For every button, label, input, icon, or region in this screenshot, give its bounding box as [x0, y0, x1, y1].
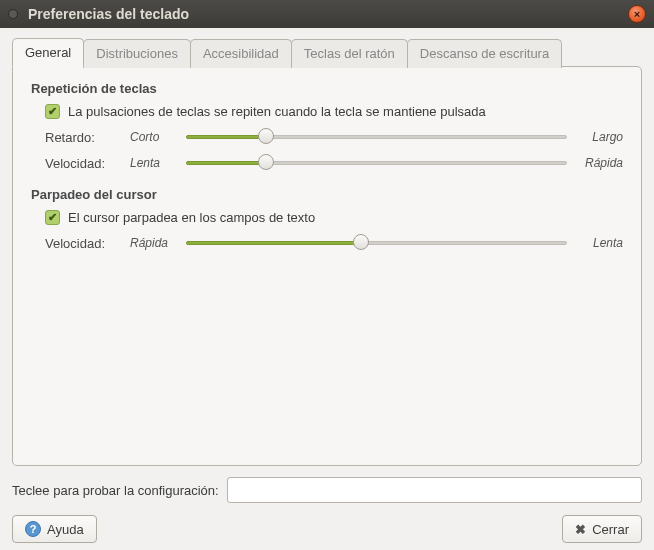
- slider-fill: [186, 161, 266, 165]
- delay-row: Retardo: Corto Largo: [31, 129, 623, 145]
- repeat-checkbox-row: ✔ La pulsaciones de teclas se repiten cu…: [31, 104, 623, 119]
- test-typing-row: Teclee para probar la configuración:: [12, 477, 642, 503]
- close-icon: ×: [634, 8, 640, 20]
- button-bar: ? Ayuda ✖ Cerrar: [12, 515, 642, 543]
- slider-thumb[interactable]: [258, 154, 274, 170]
- delay-max-hint: Largo: [573, 130, 623, 144]
- section-title-cursor: Parpadeo del cursor: [31, 187, 623, 202]
- cursor-speed-max-hint: Lenta: [573, 236, 623, 250]
- tab-label: General: [25, 45, 71, 60]
- slider-thumb[interactable]: [258, 128, 274, 144]
- close-icon: ✖: [575, 522, 586, 537]
- repeat-speed-label: Velocidad:: [45, 156, 130, 171]
- cursor-checkbox-label: El cursor parpadea en los campos de text…: [68, 210, 315, 225]
- cursor-speed-min-hint: Rápida: [130, 236, 180, 250]
- tab-label: Teclas del ratón: [304, 46, 395, 61]
- delay-label: Retardo:: [45, 130, 130, 145]
- cursor-speed-label: Velocidad:: [45, 236, 130, 251]
- test-typing-label: Teclee para probar la configuración:: [12, 483, 219, 498]
- tab-typing-break[interactable]: Descanso de escritura: [407, 39, 562, 68]
- close-button-label: Cerrar: [592, 522, 629, 537]
- repeat-enabled-checkbox[interactable]: ✔: [45, 104, 60, 119]
- tab-label: Accesibilidad: [203, 46, 279, 61]
- slider-thumb[interactable]: [353, 234, 369, 250]
- tab-panel-general: Repetición de teclas ✔ La pulsaciones de…: [12, 66, 642, 466]
- slider-fill: [186, 241, 361, 245]
- repeat-speed-min-hint: Lenta: [130, 156, 180, 170]
- cursor-speed-slider[interactable]: [186, 235, 567, 251]
- window-title: Preferencias del teclado: [28, 6, 628, 22]
- repeat-speed-slider[interactable]: [186, 155, 567, 171]
- tab-bar: General Distribuciones Accesibilidad Tec…: [12, 38, 642, 67]
- close-window-button[interactable]: ×: [628, 5, 646, 23]
- slider-fill: [186, 135, 266, 139]
- delay-min-hint: Corto: [130, 130, 180, 144]
- tab-general[interactable]: General: [12, 38, 84, 67]
- close-button[interactable]: ✖ Cerrar: [562, 515, 642, 543]
- help-button-label: Ayuda: [47, 522, 84, 537]
- delay-slider[interactable]: [186, 129, 567, 145]
- repeat-checkbox-label: La pulsaciones de teclas se repiten cuan…: [68, 104, 486, 119]
- cursor-speed-row: Velocidad: Rápida Lenta: [31, 235, 623, 251]
- help-button[interactable]: ? Ayuda: [12, 515, 97, 543]
- help-icon: ?: [25, 521, 41, 537]
- tab-label: Distribuciones: [96, 46, 178, 61]
- test-typing-input[interactable]: [227, 477, 642, 503]
- window-body: General Distribuciones Accesibilidad Tec…: [0, 28, 654, 550]
- section-title-repeat: Repetición de teclas: [31, 81, 623, 96]
- tab-accessibility[interactable]: Accesibilidad: [190, 39, 292, 68]
- tab-mouse-keys[interactable]: Teclas del ratón: [291, 39, 408, 68]
- titlebar: Preferencias del teclado ×: [0, 0, 654, 28]
- cursor-checkbox-row: ✔ El cursor parpadea en los campos de te…: [31, 210, 623, 225]
- tab-label: Descanso de escritura: [420, 46, 549, 61]
- repeat-speed-row: Velocidad: Lenta Rápida: [31, 155, 623, 171]
- repeat-speed-max-hint: Rápida: [573, 156, 623, 170]
- tab-layouts[interactable]: Distribuciones: [83, 39, 191, 68]
- cursor-blink-checkbox[interactable]: ✔: [45, 210, 60, 225]
- app-menu-icon: [8, 9, 18, 19]
